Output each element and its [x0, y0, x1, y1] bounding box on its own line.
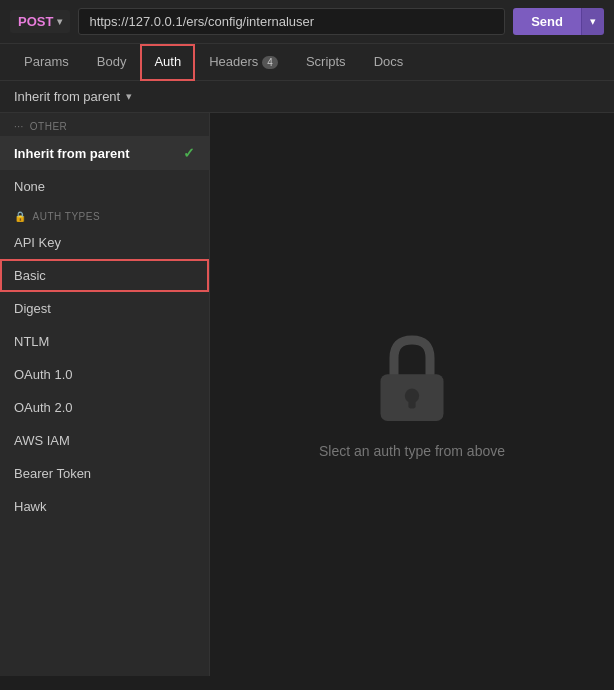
method-label: POST — [18, 14, 53, 29]
auth-option-basic[interactable]: Basic — [0, 259, 209, 292]
tab-auth[interactable]: Auth — [140, 44, 195, 81]
auth-selector-chevron: ▾ — [126, 90, 132, 103]
inherit-check: ✓ — [183, 145, 195, 161]
right-panel: Slect an auth type from above — [210, 113, 614, 676]
method-arrow: ▾ — [57, 16, 62, 27]
auth-option-aws-iam[interactable]: AWS IAM — [0, 424, 209, 457]
method-selector[interactable]: POST ▾ — [10, 10, 70, 33]
send-dropdown-button[interactable]: ▾ — [581, 8, 604, 35]
none-label: None — [14, 179, 45, 194]
auth-option-oauth2[interactable]: OAuth 2.0 — [0, 391, 209, 424]
send-button-group: Send ▾ — [513, 8, 604, 35]
url-input[interactable]: https://127.0.0.1/ers/config/internaluse… — [78, 8, 505, 35]
auth-option-digest[interactable]: Digest — [0, 292, 209, 325]
tab-body[interactable]: Body — [83, 44, 141, 81]
other-dots-icon: ··· — [14, 121, 24, 132]
section-other: ··· OTHER — [0, 113, 209, 136]
auth-option-hawk[interactable]: Hawk — [0, 490, 209, 523]
tab-headers[interactable]: Headers4 — [195, 44, 292, 81]
auth-selector-bar: Inherit from parent ▾ — [0, 81, 614, 113]
tab-scripts[interactable]: Scripts — [292, 44, 360, 81]
auth-option-api-key[interactable]: API Key — [0, 226, 209, 259]
main-content: ··· OTHER Inherit from parent ✓ None 🔒 A… — [0, 113, 614, 676]
inherit-label: Inherit from parent — [14, 146, 130, 161]
auth-type-selector[interactable]: Inherit from parent ▾ — [14, 89, 132, 104]
tab-docs[interactable]: Docs — [360, 44, 418, 81]
auth-option-inherit[interactable]: Inherit from parent ✓ — [0, 136, 209, 170]
headers-badge: 4 — [262, 56, 278, 69]
svg-rect-2 — [408, 395, 415, 408]
tab-params[interactable]: Params — [10, 44, 83, 81]
auth-option-bearer[interactable]: Bearer Token — [0, 457, 209, 490]
top-bar: POST ▾ https://127.0.0.1/ers/config/inte… — [0, 0, 614, 44]
auth-selector-label: Inherit from parent — [14, 89, 120, 104]
auth-dropdown-panel: ··· OTHER Inherit from parent ✓ None 🔒 A… — [0, 113, 210, 676]
unlock-icon-wrap — [367, 331, 457, 425]
unlock-icon — [367, 331, 457, 421]
send-button[interactable]: Send — [513, 8, 581, 35]
section-auth-types: 🔒 AUTH TYPES — [0, 203, 209, 226]
right-panel-text: Slect an auth type from above — [319, 443, 505, 459]
tab-bar: Params Body Auth Headers4 Scripts Docs — [0, 44, 614, 81]
auth-option-oauth1[interactable]: OAuth 1.0 — [0, 358, 209, 391]
lock-icon: 🔒 — [14, 211, 27, 222]
auth-option-ntlm[interactable]: NTLM — [0, 325, 209, 358]
auth-option-none[interactable]: None — [0, 170, 209, 203]
